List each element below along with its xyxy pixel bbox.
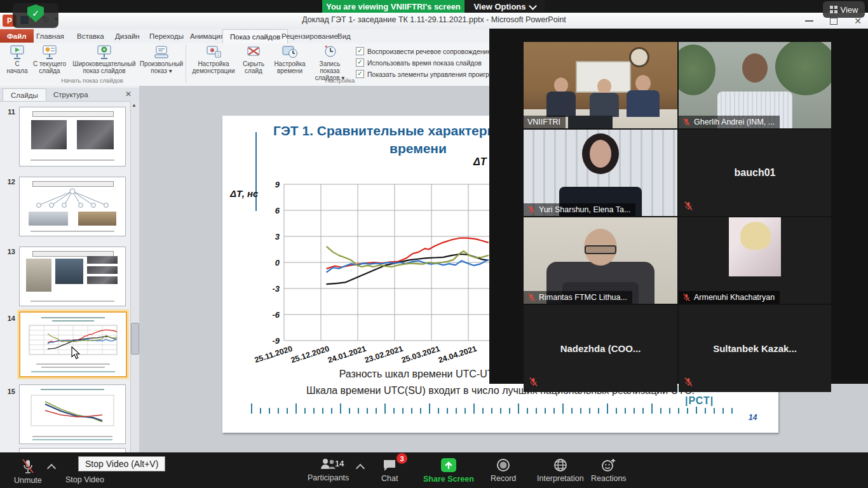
chevron-down-icon: [529, 2, 537, 10]
muted-mic-icon: [682, 118, 691, 126]
laptop: [568, 116, 613, 128]
hide-slide-button[interactable]: Скрыть слайд: [239, 44, 268, 74]
participant-name-centered: Nadezhda (COO...: [524, 305, 677, 392]
svg-text:0: 0: [275, 258, 280, 268]
globe-icon: [553, 458, 567, 472]
slides-scrollbar[interactable]: [130, 101, 140, 452]
participant-name-centered: Sultanbek Kazak...: [679, 305, 831, 392]
video-tile-sultanbek[interactable]: Sultanbek Kazak...: [679, 305, 831, 392]
stop-video-label[interactable]: Stop Video: [65, 475, 104, 484]
tab-outline[interactable]: Структура: [46, 88, 96, 100]
muted-mic-icon: [21, 459, 35, 474]
setup-slideshow-button[interactable]: Настройка демонстрации: [191, 44, 236, 74]
custom-slideshow-button[interactable]: Произвольный показ ▾: [141, 44, 182, 74]
muted-mic-icon: [529, 377, 538, 387]
rst-logo: |РСТ|: [683, 395, 715, 407]
slide-thumbnail-12[interactable]: [19, 177, 126, 236]
chat-button[interactable]: Chat: [381, 459, 398, 483]
minimize-icon[interactable]: [805, 20, 813, 22]
from-beginning-button[interactable]: С начала: [4, 44, 31, 74]
checkbox-play-narrations[interactable]: ✓ Воспроизвести речевое сопровождение: [356, 47, 491, 55]
zoom-view-button[interactable]: View: [823, 1, 865, 18]
chart-heading-fragment: ΔТ: [473, 156, 487, 168]
muted-mic-icon: [527, 293, 536, 302]
view-options-button[interactable]: View Options: [465, 0, 545, 13]
hide-slide-icon: [245, 44, 262, 60]
broadcast-icon: [96, 44, 112, 60]
mouse-cursor: [71, 346, 80, 360]
tab-home[interactable]: Главная: [29, 29, 71, 43]
tab-slides[interactable]: Слайды: [3, 88, 46, 101]
glasses: [585, 245, 616, 254]
slide-number: 11: [4, 108, 15, 116]
rehearse-timings-button[interactable]: Настройка времени: [272, 44, 308, 74]
timer-icon: [281, 44, 298, 60]
from-current-slide-button[interactable]: С текущего слайда: [32, 44, 67, 74]
slide-thumbnail-14-selected[interactable]: [19, 311, 127, 377]
record-icon: [496, 458, 510, 472]
video-gallery: VNIIFTRI Gherlih Andrei (INM, ...: [489, 29, 868, 384]
maximize-icon[interactable]: [830, 18, 837, 25]
unmute-button[interactable]: Unmute: [14, 459, 42, 485]
participant-name-centered: bauch01: [679, 130, 831, 216]
close-icon[interactable]: ✕: [125, 90, 132, 98]
gallery-grid-icon: [830, 6, 837, 13]
video-tile-gherlih[interactable]: Gherlih Andrei (INM, ...: [679, 42, 831, 128]
record-button[interactable]: Record: [491, 458, 516, 483]
group-label-start-slideshow: Начать показ слайдов: [25, 77, 159, 84]
tab-insert[interactable]: Вставка: [70, 29, 111, 43]
muted-mic-icon: [682, 293, 691, 302]
tab-view[interactable]: Вид: [330, 29, 358, 43]
slide-accent-line: [255, 132, 257, 211]
slide-title-line2: времени: [390, 141, 447, 156]
slide-thumbnail-11[interactable]: [19, 107, 126, 166]
svg-text:25.03.2021: 25.03.2021: [400, 344, 441, 365]
video-tile-nadezhda[interactable]: Nadezhda (COO...: [524, 305, 677, 392]
screen-share-banner: You are viewing VNIIFTRI's screen: [322, 0, 465, 13]
participant-name-label: VNIIFTRI: [524, 116, 566, 128]
tab-file[interactable]: Файл: [0, 29, 34, 43]
group-label-setup: Настройка: [273, 77, 407, 84]
slide-thumbnail-13[interactable]: [19, 247, 126, 306]
share-screen-button[interactable]: Share Screen: [423, 458, 474, 484]
slide-thumbnail-15[interactable]: [19, 384, 126, 444]
video-tile-vniiftri[interactable]: VNIIFTRI: [524, 42, 677, 128]
plant: [679, 44, 715, 95]
video-tile-armenuhi[interactable]: Armenuhi Khachatryan: [679, 217, 831, 304]
slide-number: 15: [4, 388, 15, 395]
video-tile-yuri-sharshun[interactable]: Yuri Sharshun, Elena Ta...: [524, 130, 677, 216]
chat-badge: 3: [397, 453, 407, 464]
checkbox-use-timings[interactable]: ✓ Использовать время показа слайдов: [356, 58, 482, 67]
svg-text:-9: -9: [272, 336, 280, 346]
thumbnail-photo: [55, 259, 83, 284]
participant-name-label: Armenuhi Khachatryan: [679, 291, 780, 304]
svg-text:-6: -6: [272, 310, 280, 320]
record-slideshow-button[interactable]: Запись показа слайдов ▾: [309, 44, 351, 82]
muted-mic-icon: [684, 377, 693, 387]
tab-design[interactable]: Дизайн: [108, 29, 147, 43]
thumbnail-photo: [78, 212, 116, 226]
slideshow-icon: [41, 44, 58, 60]
plant: [775, 42, 831, 95]
participant-name-label: Gherlih Andrei (INM, ...: [679, 116, 780, 128]
slide-number: 14: [4, 315, 15, 322]
interpretation-button[interactable]: Interpretation: [537, 458, 584, 483]
thumbnail-diagram: [32, 187, 112, 210]
broadcast-slideshow-button[interactable]: Широковещательный показ слайдов: [69, 44, 140, 74]
shield-check-icon: ✓: [27, 4, 44, 22]
reactions-button[interactable]: Reactions: [591, 458, 627, 483]
svg-text:25.11.2020: 25.11.2020: [254, 344, 294, 365]
scroll-up-arrow[interactable]: ▲: [132, 102, 138, 109]
video-tile-bauch01[interactable]: bauch01: [679, 130, 831, 216]
thumbnail-photo: [87, 266, 118, 274]
wall-clock: [629, 47, 649, 67]
participant-name-label: Yuri Sharshun, Elena Ta...: [524, 203, 635, 216]
participants-count: 14: [335, 459, 344, 468]
thumbnail-photo: [77, 120, 114, 149]
y-axis-label: ΔТ, нс: [230, 188, 258, 199]
scrollbar-thumb[interactable]: [131, 323, 139, 355]
svg-text:-3: -3: [272, 284, 280, 294]
utc-comparison-chart: 9630-3-6-925.11.202025.12.202024.01.2021…: [267, 180, 527, 371]
video-tile-rimantas[interactable]: Rimantas FTMC Lithua...: [524, 217, 677, 304]
custom-show-icon: [153, 44, 170, 60]
